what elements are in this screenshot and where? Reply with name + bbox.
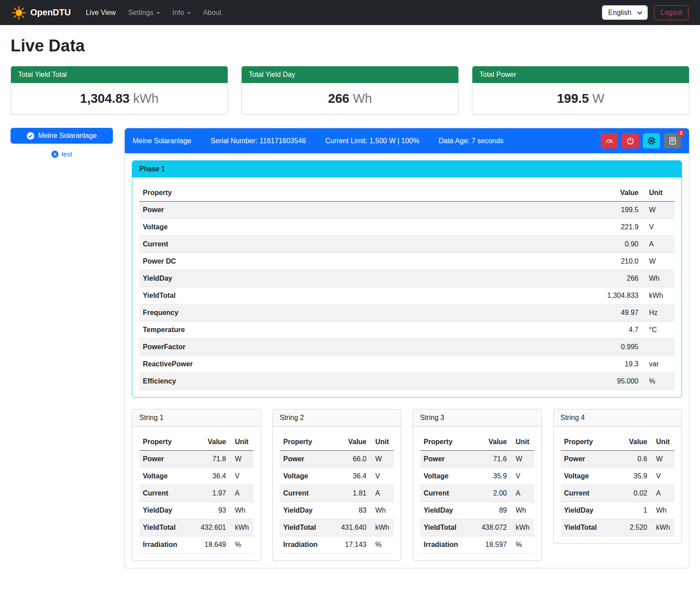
value-cell: 221.9 [617,219,642,235]
value-cell: 1,304.833 [604,287,642,304]
property-header: Property [420,434,485,450]
unit-header: Unit [511,434,534,450]
unit-cell: V [642,219,675,235]
value-cell: 210.0 [617,253,642,270]
inverter-panel-header: Meine Solaranlage Serial Number: 1161716… [125,128,689,153]
power-button[interactable] [622,133,639,148]
value-header: Value [625,434,651,450]
string-table: Property Value Unit Power 0.6 [561,434,675,536]
string-card-title: String 2 [273,409,401,427]
unit-cell: V [370,468,394,485]
string-card: String 4 Property Value Unit [553,409,682,544]
string-table: Property Value Unit Power 71.6 [420,434,534,554]
value-cell: 35.9 [490,468,510,485]
sidebar-item-active-inverter[interactable]: Meine Solaranlage [11,128,113,144]
nav-about[interactable]: About [197,5,228,20]
table-row: Voltage 35.9 V [420,468,534,485]
property-cell: Power [420,451,490,467]
property-header: Property [139,434,204,450]
table-row: Power 199.5 W [139,202,675,219]
table-row: Voltage 221.9 V [139,219,675,236]
table-row: Current 2.00 A [420,485,534,502]
sun-logo-icon [11,5,26,20]
property-cell: Power [561,451,634,467]
unit-cell: Wh [642,270,675,287]
value-cell: 66.0 [349,451,370,467]
limit-settings-button[interactable] [601,133,618,148]
value-cell: 71.8 [209,451,229,467]
value-cell: 4.7 [625,322,642,338]
table-row: YieldDay 1 Wh [561,502,675,519]
logout-button[interactable]: Logout [654,5,689,20]
string-card: String 2 Property Value Unit [272,409,402,561]
unit-cell: °C [642,322,675,338]
unit-cell: A [511,485,534,502]
summary-card: Total Yield Day 266 Wh [241,66,459,115]
nav-settings[interactable]: Settings [122,5,166,20]
table-row: YieldDay 266 Wh [139,270,675,287]
table-row: Current 1.81 A [280,485,394,502]
phase-table: Property Value Unit Power 199.5 W [139,185,675,390]
table-row: Irradiation 18.649 % [139,536,254,554]
unit-cell: V [651,468,675,485]
chevron-down-icon [187,12,191,14]
table-row: Irradiation 18.597 % [420,536,534,554]
unit-cell: W [642,253,675,270]
navbar: OpenDTU Live View Settings Info About En… [0,0,700,25]
table-row: Power 71.8 W [139,451,254,468]
value-cell: 49.97 [617,304,642,321]
table-row: Power DC 210.0 W [139,253,675,270]
unit-cell: W [511,451,534,467]
value-cell: 18.649 [201,536,230,553]
table-row: Frequency 49.97 Hz [139,304,675,322]
value-cell: 93 [215,502,230,519]
brand-link[interactable]: OpenDTU [11,5,71,20]
property-cell: Voltage [139,468,209,485]
property-cell: Current [420,485,490,502]
property-cell: Power [139,202,617,218]
value-cell: 0.90 [621,236,642,253]
table-row: Current 0.90 A [139,236,675,253]
nav-info[interactable]: Info [166,5,197,20]
gauge-icon [605,137,613,145]
event-log-button[interactable]: 2 [664,133,681,148]
property-cell: Frequency [139,304,617,321]
summary-value-unit: kWh [130,91,159,105]
unit-cell: kWh [370,519,394,536]
property-cell: Efficiency [139,373,613,390]
value-header: Value [345,434,370,450]
unit-cell: kWh [511,519,534,536]
language-select[interactable]: English [602,5,648,20]
table-row: PowerFactor 0.995 [139,339,675,356]
device-info-button[interactable] [643,133,660,148]
nav-live-view[interactable]: Live View [80,5,122,20]
sidebar-item-test-inverter[interactable]: test [11,150,113,158]
table-row: YieldTotal 2.520 kWh [561,519,675,536]
table-row: Efficiency 95.000 % [139,373,675,390]
property-cell: YieldDay [420,502,496,519]
value-cell: 35.9 [630,468,651,485]
value-cell: 432.601 [197,519,230,536]
value-cell: 431.640 [337,519,370,536]
summary-card-title: Total Yield Total [11,66,228,83]
value-cell: 1.97 [209,485,229,502]
value-cell: 266 [623,270,642,287]
property-cell: Voltage [139,219,617,235]
unit-cell: A [230,485,254,502]
unit-cell: Wh [511,502,534,519]
property-cell: YieldTotal [420,519,478,536]
unit-cell: Wh [370,502,394,519]
property-cell: YieldTotal [139,519,197,536]
property-cell: Temperature [139,322,625,338]
current-limit: Current Limit: 1,500 W | 100% [325,137,419,145]
summary-card: Total Power 199.5 W [472,66,689,115]
unit-cell: % [511,536,534,553]
value-header: Value [204,434,230,450]
journal-icon [668,137,677,145]
unit-cell: % [230,536,254,553]
property-cell: Power DC [139,253,617,270]
table-row: YieldDay 83 Wh [280,502,394,519]
page-title: Live Data [11,36,689,55]
string-table: Property Value Unit Power 66.0 [280,434,394,554]
value-cell: 1 [640,502,651,519]
